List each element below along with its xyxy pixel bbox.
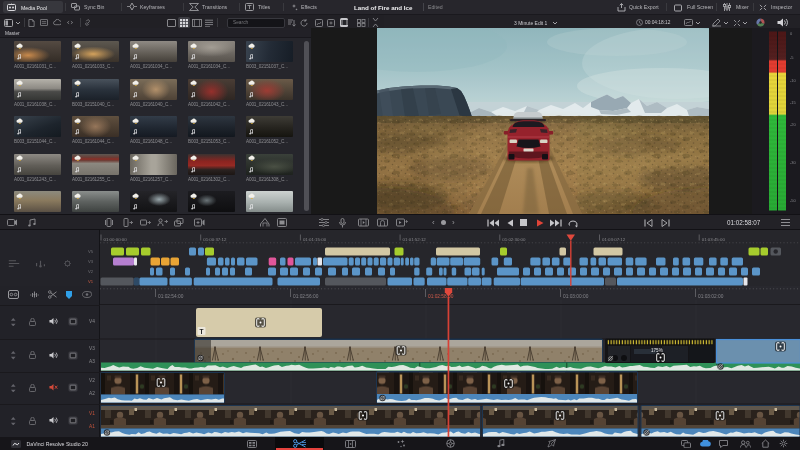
svg-text:-15: -15 <box>790 100 797 105</box>
svg-text:01:01:15:00: 01:01:15:00 <box>303 237 327 242</box>
svg-text:01:03:00:00: 01:03:00:00 <box>563 294 589 299</box>
svg-text:-5: -5 <box>790 55 794 60</box>
svg-text:T: T <box>200 328 204 335</box>
svg-text:01:02:56:00: 01:02:56:00 <box>293 294 319 299</box>
svg-text:01:02:30:00: 01:02:30:00 <box>502 237 526 242</box>
svg-text:01:00:37:12: 01:00:37:12 <box>203 237 227 242</box>
svg-text:01:00:00:00: 01:00:00:00 <box>104 237 128 242</box>
svg-text:01:01:52:12: 01:01:52:12 <box>403 237 427 242</box>
svg-text:-50: -50 <box>790 198 797 203</box>
svg-text:175%: 175% <box>651 348 663 353</box>
svg-text:01:02:54:00: 01:02:54:00 <box>158 294 184 299</box>
svg-text:0: 0 <box>790 31 793 36</box>
svg-text:-10: -10 <box>790 78 797 83</box>
svg-text:-20: -20 <box>790 122 797 127</box>
svg-text:-30: -30 <box>790 160 797 165</box>
svg-text:01:03:45:00: 01:03:45:00 <box>702 237 726 242</box>
svg-text:01:03:07:12: 01:03:07:12 <box>602 237 626 242</box>
svg-text:01:03:02:00: 01:03:02:00 <box>698 294 724 299</box>
